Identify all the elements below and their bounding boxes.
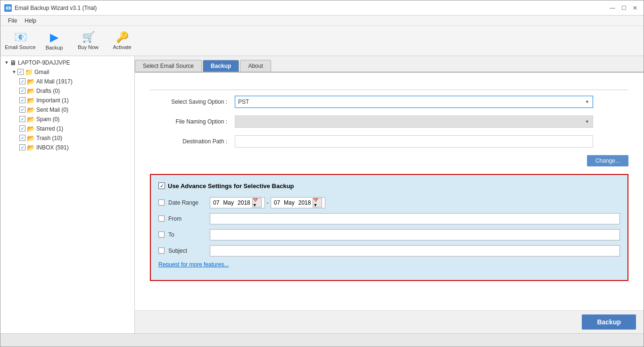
saving-option-label: Select Saving Option : xyxy=(150,99,235,105)
date-from-field[interactable]: 07 May 2018 📅▼ xyxy=(210,197,265,208)
toolbar-backup[interactable]: ▶ Backup xyxy=(38,28,70,53)
tree-checkbox-starred[interactable] xyxy=(19,125,25,132)
advanced-header: ✓ Use Advance Settings for Selective Bac… xyxy=(158,182,620,190)
tree-starred-label: Starred (1) xyxy=(36,125,63,132)
subject-input[interactable] xyxy=(210,245,620,256)
toolbar: 📧 Email Source ▶ Backup 🛒 Buy Now 🔑 Acti… xyxy=(0,26,644,56)
date-to-year: 2018 xyxy=(298,199,311,206)
gmail-icon: 📁 xyxy=(25,68,33,76)
tree-checkbox-important[interactable] xyxy=(19,97,25,103)
tab-bar: Select Email Source Backup About xyxy=(135,56,644,73)
menu-help[interactable]: Help xyxy=(21,17,40,25)
title-bar-left: 📧 Email Backup Wizard v3.1 (Trial) xyxy=(4,4,97,12)
starred-icon: 📂 xyxy=(27,125,35,132)
tree-checkbox-inbox[interactable] xyxy=(19,144,25,150)
minimize-button[interactable]: — xyxy=(608,3,617,13)
tree-inbox-label: INBOX (591) xyxy=(36,144,69,151)
menu-file[interactable]: File xyxy=(4,17,21,25)
tree-checkbox-gmail[interactable] xyxy=(17,69,24,75)
subject-row: Subject xyxy=(158,245,620,256)
email-source-icon: 📧 xyxy=(14,31,27,43)
date-from-day: 07 xyxy=(213,199,219,206)
computer-icon: 🖥 xyxy=(10,59,17,66)
tab-select-email-source[interactable]: Select Email Source xyxy=(135,60,202,72)
tree-gmail[interactable]: ▼ 📁 Gmail xyxy=(0,67,134,77)
inbox-icon: 📂 xyxy=(27,144,35,151)
tree-allmail-label: All Mail (1917) xyxy=(36,78,73,85)
trash-icon: 📂 xyxy=(27,134,35,142)
date-from-inner: 07 May 2018 xyxy=(213,199,250,206)
tree-root[interactable]: ▼ 🖥 LAPTOP-9DAJJVPE xyxy=(0,58,134,67)
status-bar xyxy=(0,333,644,347)
request-link[interactable]: Request for more features... xyxy=(158,261,229,268)
to-input[interactable] xyxy=(210,229,620,240)
tree-sentmail-label: Sent Mail (0) xyxy=(36,107,68,113)
file-naming-wrapper: Subject + Date (dd-mm-yyyy) xyxy=(235,116,593,128)
toolbar-buy-now[interactable]: 🛒 Buy Now xyxy=(72,28,104,53)
date-from-picker: 07 May 2018 📅▼ - 07 May xyxy=(210,197,620,208)
backup-icon: ▶ xyxy=(50,31,58,44)
destination-input[interactable]: E:\Result\EmailBackupWizard_07-05-2018 0… xyxy=(235,135,593,148)
toolbar-email-source[interactable]: 📧 Email Source xyxy=(4,28,36,53)
tab-backup[interactable]: Backup xyxy=(203,60,239,72)
file-naming-input: Subject + Date (dd-mm-yyyy) xyxy=(235,116,593,128)
tree-checkbox-drafts[interactable] xyxy=(19,88,25,94)
saving-option-select[interactable]: PST MBOX EML MSG PDF xyxy=(235,96,593,108)
date-from-month: May xyxy=(223,199,234,206)
date-from-year: 2018 xyxy=(238,199,250,206)
from-label: From xyxy=(168,215,206,222)
saving-option-control: PST MBOX EML MSG PDF xyxy=(235,96,593,108)
date-to-inner: 07 May 2018 xyxy=(274,199,311,206)
subject-checkbox[interactable] xyxy=(158,248,165,254)
date-to-day: 07 xyxy=(274,199,280,206)
tree-starred[interactable]: 📂 Starred (1) xyxy=(0,124,134,133)
content-area: Select Email Source Backup About Select … xyxy=(135,56,644,333)
date-from-picker-btn[interactable]: 📅▼ xyxy=(252,198,262,207)
advanced-header-label: Use Advance Settings for Selective Backu… xyxy=(168,182,294,190)
date-separator: - xyxy=(267,199,269,206)
advanced-settings-box: ✓ Use Advance Settings for Selective Bac… xyxy=(150,174,628,281)
tree-checkbox-spam[interactable] xyxy=(19,116,25,122)
maximize-button[interactable]: ☐ xyxy=(619,3,628,13)
toolbar-activate[interactable]: 🔑 Activate xyxy=(106,28,138,53)
toolbar-activate-label: Activate xyxy=(113,44,131,50)
close-button[interactable]: ✕ xyxy=(630,3,640,13)
backup-panel: Select Saving Option : PST MBOX EML MSG … xyxy=(135,73,644,310)
to-row: To xyxy=(158,229,620,240)
tree-checkbox-trash[interactable] xyxy=(19,135,25,141)
tree-inbox[interactable]: 📂 INBOX (591) xyxy=(0,143,134,152)
from-checkbox[interactable] xyxy=(158,215,165,222)
date-to-field[interactable]: 07 May 2018 📅▼ xyxy=(271,197,326,208)
date-range-checkbox[interactable] xyxy=(158,199,165,206)
drafts-icon: 📂 xyxy=(27,87,35,95)
date-to-picker-btn[interactable]: 📅▼ xyxy=(313,198,322,207)
tree-allmail[interactable]: 📂 All Mail (1917) xyxy=(0,77,134,86)
destination-control: E:\Result\EmailBackupWizard_07-05-2018 0… xyxy=(235,135,593,148)
tree-spam[interactable]: 📂 Spam (0) xyxy=(0,115,134,124)
tree-trash[interactable]: 📂 Trash (10) xyxy=(0,133,134,143)
file-naming-label: File Naming Option : xyxy=(150,118,235,125)
tree-checkbox-allmail[interactable] xyxy=(19,78,25,84)
tree-sentmail[interactable]: 📂 Sent Mail (0) xyxy=(0,105,134,115)
destination-label: Destination Path : xyxy=(150,138,235,145)
tab-about[interactable]: About xyxy=(240,60,271,72)
file-naming-row: File Naming Option : Subject + Date (dd-… xyxy=(150,116,628,128)
main-layout: ▼ 🖥 LAPTOP-9DAJJVPE ▼ 📁 Gmail 📂 All Mail… xyxy=(0,56,644,333)
advanced-checkbox[interactable]: ✓ xyxy=(158,182,165,189)
subject-label: Subject xyxy=(168,248,206,254)
buy-now-icon: 🛒 xyxy=(82,31,95,43)
tree-spam-label: Spam (0) xyxy=(36,116,59,123)
backup-button[interactable]: Backup xyxy=(582,314,636,330)
toolbar-buy-now-label: Buy Now xyxy=(78,44,99,50)
tree-important[interactable]: 📂 Important (1) xyxy=(0,96,134,105)
request-link-row: Request for more features... xyxy=(158,261,620,268)
to-checkbox[interactable] xyxy=(158,231,165,238)
title-bar: 📧 Email Backup Wizard v3.1 (Trial) — ☐ ✕ xyxy=(0,0,644,16)
allmail-icon: 📂 xyxy=(27,78,35,85)
tree-drafts[interactable]: 📂 Drafts (0) xyxy=(0,86,134,96)
tree-checkbox-sentmail[interactable] xyxy=(19,107,25,113)
from-input[interactable] xyxy=(210,213,620,224)
app-window: 📧 Email Backup Wizard v3.1 (Trial) — ☐ ✕… xyxy=(0,0,644,347)
file-naming-control: Subject + Date (dd-mm-yyyy) xyxy=(235,116,593,128)
change-button[interactable]: Change... xyxy=(587,155,628,166)
